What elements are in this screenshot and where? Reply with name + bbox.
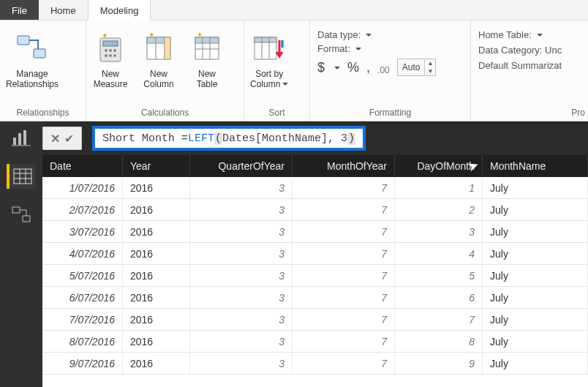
group-caption-properties: Pro [471,106,588,121]
tab-file[interactable]: File [0,0,39,20]
stepper-down-icon[interactable]: ▼ [425,67,435,75]
cell-day: 6 [395,287,483,308]
grid-body[interactable]: 1/07/20162016371July2/07/20162016372July… [42,177,588,387]
decimals-button[interactable]: .00 [377,65,390,75]
cell-quarter: 3 [190,221,293,242]
ribbon-group-properties: Home Table: Data Category: Unc Default S… [471,20,588,121]
table-row[interactable]: 8/07/20162016378July [42,331,588,353]
decimal-places-stepper[interactable]: Auto ▲▼ [397,59,437,76]
view-rail [0,121,42,387]
sort-by-column-button[interactable]: Sort by Column [244,25,294,106]
cell-date: 4/07/2016 [42,243,123,264]
manage-relationships-button[interactable]: Manage Relationships [0,25,64,106]
svg-text:✦: ✦ [102,32,108,40]
formula-function: LEFT [188,132,214,145]
new-table-button[interactable]: ✦ New Table [183,25,231,106]
group-caption-formatting: Formatting [310,106,470,121]
table-row[interactable]: 3/07/20162016373July [42,221,588,243]
cell-monthname: July [483,199,588,220]
col-header-monthname[interactable]: MonthName [483,155,588,177]
svg-rect-29 [23,130,26,145]
cell-month: 7 [293,287,395,308]
svg-rect-27 [13,138,16,145]
cell-date: 6/07/2016 [42,287,123,308]
new-table-label: New Table [197,69,218,89]
cell-day: 9 [395,353,483,374]
cell-month: 7 [293,331,395,352]
currency-dropdown[interactable] [332,62,340,73]
svg-text:✦: ✦ [148,33,154,39]
sort-icon [253,28,285,69]
formula-prefix: Short Month = [102,132,188,145]
cell-month: 7 [293,309,395,330]
commit-formula-button[interactable]: ✔ [64,132,74,146]
cell-monthname: July [483,353,588,374]
new-column-icon: ✦ [144,28,173,69]
cell-quarter: 3 [190,309,293,330]
formula-input[interactable]: Short Month = LEFT( Dates[MonthName], 3 … [92,126,366,151]
tab-home[interactable]: Home [39,0,88,20]
cell-month: 7 [293,353,395,374]
cell-quarter: 3 [190,243,293,264]
svg-rect-31 [14,169,31,184]
data-category-label: Data Category: Unc [478,45,562,56]
cell-year: 2016 [123,265,190,286]
percent-button[interactable]: % [347,60,359,75]
table-row[interactable]: 4/07/20162016374July [42,243,588,265]
formula-open-paren: ( [214,132,222,145]
ribbon-group-sort: Sort by Column Sort [244,20,310,121]
relationships-icon [16,28,48,69]
cell-day: 5 [395,265,483,286]
table-row[interactable]: 7/07/20162016377July [42,309,588,331]
cell-date: 3/07/2016 [42,221,123,242]
model-view-button[interactable] [7,202,36,227]
manage-relationships-label: Manage Relationships [6,69,59,89]
cell-day: 4 [395,243,483,264]
svg-point-5 [109,49,112,52]
cell-month: 7 [293,221,395,242]
tab-modeling[interactable]: Modeling [88,0,151,20]
new-table-icon: ✦ [192,28,222,69]
svg-point-4 [105,49,108,52]
table-row[interactable]: 9/07/20162016379July [42,353,588,375]
table-row[interactable]: 6/07/20162016376July [42,287,588,309]
new-column-button[interactable]: ✦ New Column [135,25,183,106]
cell-date: 2/07/2016 [42,199,123,220]
data-type-label: Data type: [317,29,361,40]
col-header-year[interactable]: Year [123,155,190,177]
svg-rect-28 [18,133,21,145]
table-row[interactable]: 1/07/20162016371July [42,177,588,199]
cell-monthname: July [483,243,588,264]
report-view-button[interactable] [7,126,36,151]
svg-rect-0 [18,36,29,45]
data-type-dropdown[interactable] [363,29,372,40]
cell-quarter: 3 [190,199,293,220]
cell-month: 7 [293,243,395,264]
cell-quarter: 3 [190,177,293,198]
home-table-dropdown[interactable] [535,29,543,40]
data-view-button[interactable] [7,164,36,189]
format-dropdown[interactable] [353,43,361,54]
col-header-date[interactable]: Date [42,155,123,177]
decimal-places-value: Auto [398,62,425,72]
cell-month: 7 [293,177,395,198]
cell-date: 8/07/2016 [42,331,123,352]
cell-day: 3 [395,221,483,242]
stepper-up-icon[interactable]: ▲ [425,59,435,67]
sort-by-column-label: Sort by Column [250,69,288,89]
svg-point-7 [105,54,108,57]
cancel-formula-button[interactable]: ✕ [50,132,60,146]
col-header-quarter[interactable]: QuarterOfYear [190,155,293,177]
svg-point-9 [113,54,116,57]
cell-year: 2016 [123,309,190,330]
col-header-month[interactable]: MonthOfYear [293,155,395,177]
new-measure-button[interactable]: ✦ New Measure [86,25,135,106]
svg-rect-3 [103,41,118,46]
comma-button[interactable]: , [366,60,370,75]
table-row[interactable]: 2/07/20162016372July [42,199,588,221]
new-measure-icon: ✦ [96,28,125,69]
table-row[interactable]: 5/07/20162016375July [42,265,588,287]
currency-button[interactable]: $ [317,60,325,75]
formula-close-paren: ) [347,132,355,145]
cell-quarter: 3 [190,265,293,286]
